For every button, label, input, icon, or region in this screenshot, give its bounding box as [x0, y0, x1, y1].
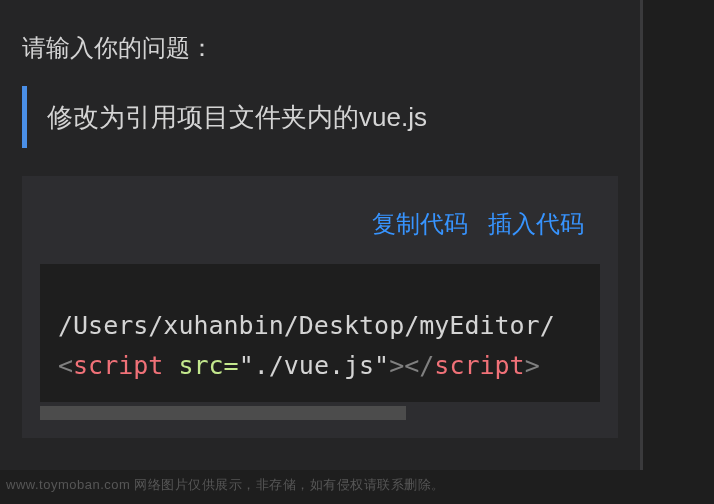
code-response-block: 复制代码 插入代码 /Users/xuhanbin/Desktop/myEdit… [22, 176, 618, 438]
code-content[interactable]: /Users/xuhanbin/Desktop/myEditor/ <scrip… [40, 264, 600, 402]
token-attr: src= [178, 351, 238, 380]
token-tag: script [434, 351, 524, 380]
prompt-label: 请输入你的问题： [0, 0, 640, 86]
token-string: "./vue.js" [239, 351, 390, 380]
token-bracket: > [389, 351, 404, 380]
scrollbar-thumb[interactable] [40, 406, 406, 420]
horizontal-scrollbar[interactable] [40, 406, 600, 420]
copy-code-button[interactable]: 复制代码 [372, 208, 468, 240]
user-input-quote: 修改为引用项目文件夹内的vue.js [22, 86, 618, 148]
token-space [163, 351, 178, 380]
insert-code-button[interactable]: 插入代码 [488, 208, 584, 240]
watermark-text: www.toymoban.com 网络图片仅供展示，非存储，如有侵权请联系删除。 [6, 476, 445, 494]
token-tag: script [73, 351, 163, 380]
quote-accent-bar [22, 86, 27, 148]
panel-divider[interactable] [640, 0, 643, 470]
code-toolbar: 复制代码 插入代码 [40, 208, 600, 264]
chat-panel: 请输入你的问题： 修改为引用项目文件夹内的vue.js 复制代码 插入代码 /U… [0, 0, 640, 470]
code-line: /Users/xuhanbin/Desktop/myEditor/ [58, 306, 600, 346]
quote-text: 修改为引用项目文件夹内的vue.js [47, 100, 427, 135]
token-bracket: < [58, 351, 73, 380]
token-bracket: </ [404, 351, 434, 380]
token-bracket: > [525, 351, 540, 380]
code-line: <script src="./vue.js"></script> [58, 346, 600, 386]
